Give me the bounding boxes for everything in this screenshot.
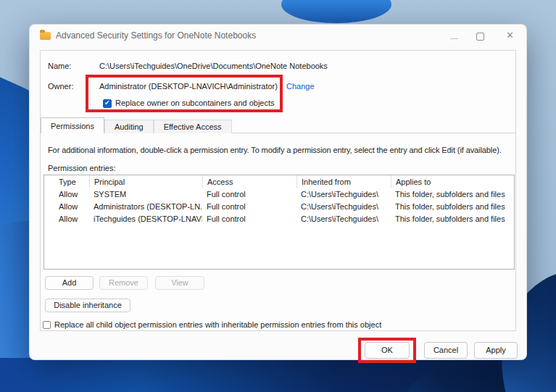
- desktop-background: Advanced Security Settings for OneNote N…: [0, 0, 556, 392]
- cell-inherited-from: C:\Users\iTechguides\: [296, 201, 391, 213]
- apply-button[interactable]: Apply: [474, 342, 518, 359]
- cell-principal: Administrators (DESKTOP-LN...: [89, 201, 202, 213]
- window-title: Advanced Security Settings for OneNote N…: [56, 30, 256, 41]
- tab-bar: Permissions Auditing Effective Access: [41, 117, 232, 133]
- column-header-principal[interactable]: Principal: [89, 175, 202, 188]
- cancel-button[interactable]: Cancel: [424, 342, 468, 359]
- cell-access: Full control: [202, 188, 296, 201]
- column-header-applies-to[interactable]: Applies to: [391, 175, 514, 188]
- table-header: Type Principal Access Inherited from App…: [44, 175, 514, 188]
- owner-value: Administrator (DESKTOP-LNAVICH\Administr…: [99, 82, 278, 91]
- tab-permissions[interactable]: Permissions: [41, 117, 104, 133]
- two-users-icon: [46, 191, 58, 199]
- replace-owner-checkbox[interactable]: [103, 99, 112, 108]
- info-text: For additional information, double-click…: [48, 146, 502, 154]
- cell-inherited-from: C:\Users\iTechguides\: [296, 188, 391, 201]
- minimize-icon[interactable]: [450, 38, 458, 39]
- advanced-security-settings-dialog: Advanced Security Settings for OneNote N…: [29, 24, 527, 360]
- ok-button[interactable]: OK: [365, 342, 410, 359]
- title-bar[interactable]: Advanced Security Settings for OneNote N…: [30, 25, 526, 46]
- cell-principal: iTechguides (DESKTOP-LNAVI...: [89, 213, 202, 225]
- tab-effective-access[interactable]: Effective Access: [154, 120, 232, 133]
- cell-applies-to: This folder, subfolders and files: [391, 188, 514, 201]
- table-row[interactable]: Allow Administrators (DESKTOP-LN... Full…: [44, 201, 514, 213]
- tab-auditing[interactable]: Auditing: [104, 120, 154, 133]
- owner-label: Owner:: [48, 82, 73, 91]
- cell-applies-to: This folder, subfolders and files: [391, 213, 514, 225]
- table-row[interactable]: Allow SYSTEM Full control C:\Users\iTech…: [44, 188, 514, 201]
- cell-access: Full control: [202, 213, 296, 225]
- column-header-type[interactable]: Type: [44, 175, 89, 188]
- maximize-icon[interactable]: [476, 33, 484, 41]
- cell-access: Full control: [202, 201, 296, 213]
- folder-icon: [40, 32, 51, 40]
- permission-entries-table[interactable]: Type Principal Access Inherited from App…: [43, 175, 515, 270]
- cell-applies-to: This folder, subfolders and files: [391, 201, 514, 213]
- replace-child-label: Replace all child object permission entr…: [54, 320, 381, 329]
- close-icon[interactable]: ✕: [506, 30, 514, 41]
- permission-entries-label: Permission entries:: [48, 164, 116, 172]
- column-header-inherited-from[interactable]: Inherited from: [296, 175, 391, 188]
- view-button[interactable]: View: [155, 276, 204, 290]
- change-owner-link[interactable]: Change: [286, 82, 315, 91]
- column-header-access[interactable]: Access: [202, 175, 296, 188]
- remove-button[interactable]: Remove: [99, 276, 148, 290]
- content-panel: Name: C:\Users\iTechguides\OneDrive\Docu…: [40, 50, 516, 331]
- disable-inheritance-button[interactable]: Disable inheritance: [45, 299, 130, 312]
- table-row[interactable]: Allow iTechguides (DESKTOP-LNAVI... Full…: [44, 213, 514, 225]
- wallpaper-petal: [281, 0, 391, 23]
- name-label: Name:: [48, 62, 71, 70]
- cell-principal: SYSTEM: [89, 188, 202, 201]
- user-icon: [46, 215, 58, 224]
- replace-owner-label: Replace owner on subcontainers and objec…: [115, 99, 275, 107]
- add-button[interactable]: Add: [45, 276, 94, 290]
- name-value: C:\Users\iTechguides\OneDrive\Documents\…: [99, 62, 328, 70]
- cell-inherited-from: C:\Users\iTechguides\: [296, 213, 391, 225]
- replace-child-checkbox[interactable]: [43, 321, 51, 329]
- two-users-icon: [46, 203, 58, 212]
